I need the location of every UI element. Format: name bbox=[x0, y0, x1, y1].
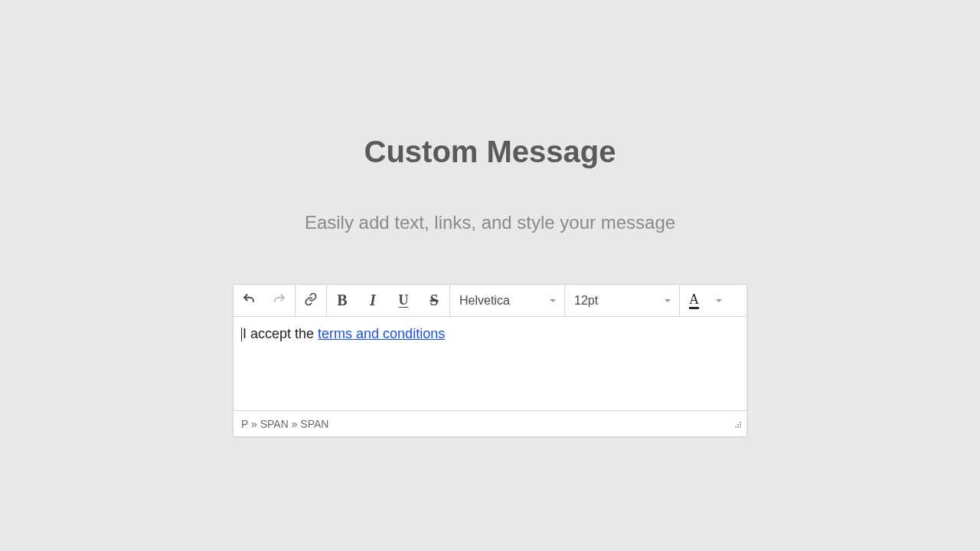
content-link[interactable]: terms and conditions bbox=[318, 326, 445, 341]
font-size-value: 12pt bbox=[574, 294, 598, 308]
rich-text-editor: B I U S Helvetica 12pt bbox=[233, 284, 747, 437]
page-root: Custom Message Easily add text, links, a… bbox=[0, 0, 980, 551]
italic-icon: I bbox=[370, 292, 376, 309]
element-path: P » SPAN » SPAN bbox=[241, 418, 328, 430]
font-family-value: Helvetica bbox=[459, 294, 510, 308]
text-color-icon: A bbox=[689, 292, 699, 309]
page-subtitle: Easily add text, links, and style your m… bbox=[305, 212, 675, 233]
page-title: Custom Message bbox=[364, 135, 616, 169]
link-icon bbox=[304, 292, 318, 309]
bold-button[interactable]: B bbox=[327, 285, 358, 316]
editor-toolbar: B I U S Helvetica 12pt bbox=[234, 285, 746, 317]
svg-point-2 bbox=[735, 426, 737, 428]
history-group bbox=[234, 285, 296, 316]
svg-point-0 bbox=[740, 426, 741, 428]
bold-icon: B bbox=[337, 292, 347, 309]
insert-link-button[interactable] bbox=[296, 285, 326, 316]
redo-icon bbox=[273, 292, 286, 309]
undo-icon bbox=[242, 292, 256, 309]
italic-button[interactable]: I bbox=[358, 285, 388, 316]
editor-statusbar: P » SPAN » SPAN bbox=[234, 410, 746, 436]
chevron-down-icon bbox=[549, 297, 557, 305]
svg-point-3 bbox=[740, 424, 741, 425]
text-cursor bbox=[241, 328, 242, 341]
underline-icon: U bbox=[399, 292, 409, 308]
font-family-dropdown[interactable]: Helvetica bbox=[450, 285, 565, 316]
font-size-dropdown[interactable]: 12pt bbox=[565, 285, 680, 316]
chevron-down-icon bbox=[664, 297, 671, 305]
chevron-down-icon bbox=[715, 297, 723, 305]
editor-canvas[interactable]: I accept the terms and conditions bbox=[234, 317, 746, 410]
strikethrough-button[interactable]: S bbox=[419, 285, 449, 316]
underline-button[interactable]: U bbox=[388, 285, 419, 316]
text-color-dropdown[interactable]: A bbox=[680, 285, 730, 316]
svg-point-1 bbox=[737, 426, 739, 428]
undo-button[interactable] bbox=[234, 285, 264, 316]
content-text: I accept the bbox=[243, 326, 318, 341]
redo-button[interactable] bbox=[264, 285, 295, 316]
svg-point-5 bbox=[740, 422, 741, 423]
resize-handle[interactable] bbox=[733, 419, 742, 429]
link-group bbox=[296, 285, 327, 316]
strikethrough-icon: S bbox=[430, 292, 438, 309]
style-group: B I U S bbox=[327, 285, 450, 316]
svg-point-4 bbox=[737, 424, 739, 425]
